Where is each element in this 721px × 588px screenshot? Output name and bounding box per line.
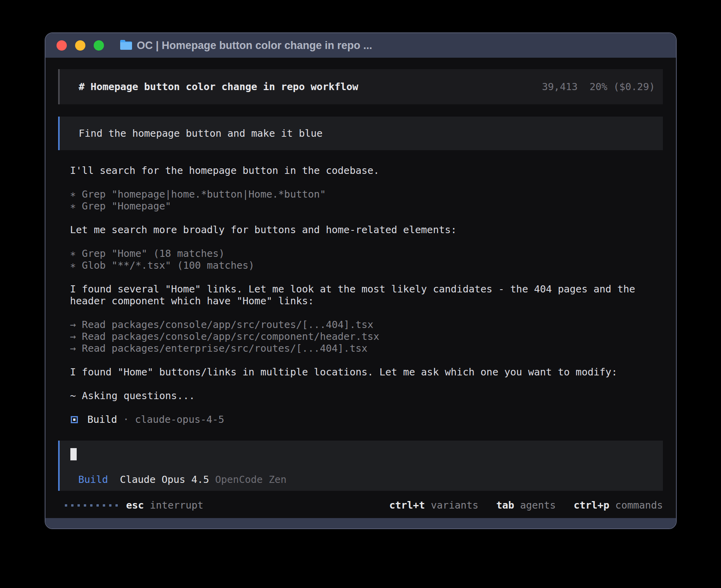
assistant-response: I'll search for the homepage button in t… (70, 165, 663, 426)
agent-model: claude-opus-4-5 (135, 414, 224, 426)
session-stats: 39,41320% ($0.29) (495, 69, 655, 105)
tool-call-read: → Read packages/enterprise/src/routes/[.… (70, 343, 663, 354)
input-footer: Build Claude Opus 4.5 OpenCode Zen (78, 474, 287, 486)
prompt-input[interactable]: Build Claude Opus 4.5 OpenCode Zen (58, 441, 663, 491)
agent-separator: · (123, 414, 129, 426)
tool-call-grep: ∗ Grep "homepage|home.*button|Home.*butt… (70, 188, 663, 200)
hint-key: ctrl+p (574, 499, 609, 511)
status-bar: esc interrupt ctrl+t variants tab agents… (58, 499, 663, 511)
agent-status-row: Build · claude-opus-4-5 (70, 414, 663, 426)
user-message-text: Find the homepage button and make it blu… (79, 128, 323, 139)
spinner-dot (84, 504, 86, 507)
window-bottom-strip (45, 518, 676, 528)
agent-mode-label: Build (78, 474, 108, 486)
hint-key: ctrl+t (389, 499, 425, 511)
window-title: OC | Homepage button color change in rep… (137, 40, 372, 52)
traffic-lights (57, 40, 104, 51)
provider-label: OpenCode Zen (215, 474, 287, 486)
text-cursor (70, 448, 77, 460)
spinner-dot (103, 504, 105, 507)
tool-call-read: → Read packages/console/app/src/componen… (70, 331, 663, 343)
agent-name: Build (87, 414, 117, 426)
hint-label: commands (615, 499, 663, 511)
zoom-button[interactable] (94, 40, 104, 51)
assistant-text-line: I'll search for the homepage button in t… (70, 165, 663, 177)
folder-icon (120, 41, 132, 50)
spinner-dot (115, 504, 118, 507)
spinner-dot (71, 504, 74, 507)
titlebar: OC | Homepage button color change in rep… (45, 33, 676, 58)
assistant-text-line: Let me search more broadly for buttons a… (70, 224, 663, 236)
minimize-button[interactable] (75, 40, 85, 51)
model-label: Claude Opus 4.5 (120, 474, 209, 486)
spinner-dot (109, 504, 111, 507)
user-message: Find the homepage button and make it blu… (58, 117, 663, 150)
hint-agents: tab agents (496, 499, 556, 511)
hint-commands: ctrl+p commands (574, 499, 663, 511)
assistant-text-line: I found "Home" buttons/links in multiple… (70, 366, 663, 378)
hint-key: tab (496, 499, 514, 511)
build-agent-icon (71, 416, 78, 423)
spinner-dot (65, 504, 67, 507)
spinner-dot (90, 504, 92, 507)
session-header: # Homepage button color change in repo w… (58, 69, 663, 104)
terminal-content: # Homepage button color change in repo w… (45, 69, 676, 511)
tool-call-read: → Read packages/console/app/src/routes/[… (70, 319, 663, 331)
token-count: 39,413 (542, 81, 578, 92)
status-right: ctrl+t variants tab agents ctrl+p comman… (389, 499, 663, 511)
tool-call-grep: ∗ Grep "Homepage" (70, 200, 663, 212)
assistant-status-line: ~ Asking questions... (70, 390, 663, 402)
spinner-dot (96, 504, 99, 507)
tool-call-grep: ∗ Grep "Home" (18 matches) (70, 248, 663, 260)
hint-variants: ctrl+t variants (389, 499, 479, 511)
context-usage: 20% ($0.29) (589, 81, 655, 92)
spinner-dots (65, 504, 118, 507)
hint-label: agents (520, 499, 556, 511)
assistant-text-line: header component which have "Home" links… (70, 295, 663, 307)
spinner-dot (77, 504, 80, 507)
close-button[interactable] (57, 40, 67, 51)
terminal-window: OC | Homepage button color change in rep… (45, 32, 677, 529)
status-left: esc interrupt (65, 499, 204, 511)
tool-call-glob: ∗ Glob "**/*.tsx" (100 matches) (70, 260, 663, 271)
assistant-text-line: I found several "Home" links. Let me loo… (70, 283, 663, 295)
esc-label: interrupt (150, 499, 203, 511)
esc-key: esc (126, 499, 144, 511)
session-title: # Homepage button color change in repo w… (79, 81, 358, 93)
hint-label: variants (431, 499, 478, 511)
